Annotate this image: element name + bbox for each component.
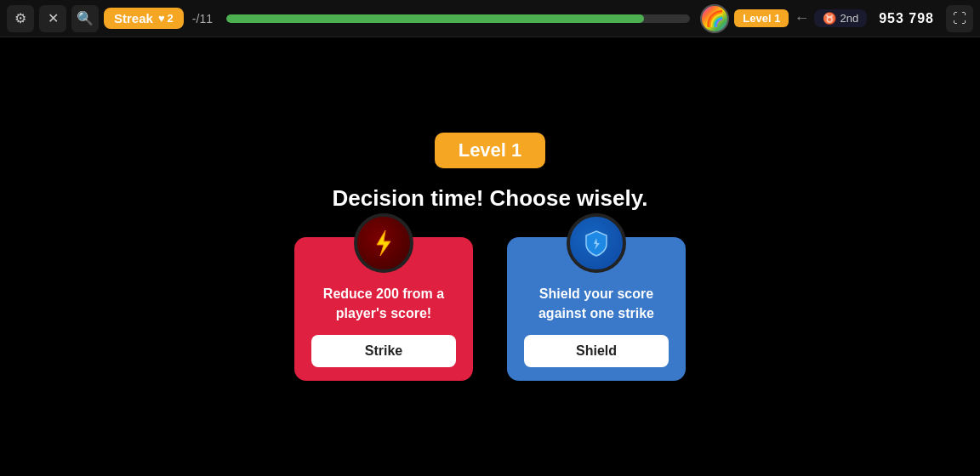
progress-bar-fill [226, 14, 644, 23]
rank-text: 2nd [840, 12, 858, 25]
arrow-icon: ← [794, 9, 809, 27]
heart-icon: ♥ [158, 12, 165, 25]
shield-icon-circle [567, 213, 626, 273]
shield-button[interactable]: Shield [524, 335, 669, 367]
topbar: ⚙ ✕ 🔍 Streak ♥ 2 -/11 🌈 Level 1 ← ♉ 2nd … [0, 0, 980, 37]
settings-icon: ⚙ [14, 10, 26, 26]
strike-button[interactable]: Strike [311, 335, 456, 367]
close-icon: ✕ [48, 10, 59, 26]
strike-description: Reduce 200 from a player's score! [294, 273, 473, 335]
fullscreen-button[interactable]: ⛶ [946, 5, 973, 32]
close-button[interactable]: ✕ [39, 5, 66, 32]
streak-badge[interactable]: Streak ♥ 2 [104, 8, 184, 29]
zoom-icon: 🔍 [77, 10, 94, 26]
decision-text: Decision time! Choose wisely. [333, 185, 648, 212]
lives-count: ♥ 2 [158, 12, 174, 25]
strike-icon-circle [354, 213, 413, 273]
level-title: Level 1 [435, 133, 546, 168]
score-display: 953 798 [872, 11, 941, 26]
cards-container: Reduce 200 from a player's score! Strike… [294, 237, 686, 381]
avatar-emoji: 🌈 [705, 9, 724, 28]
shield-card[interactable]: Shield your score against one strike Shi… [507, 237, 686, 381]
shield-description: Shield your score against one strike [507, 273, 686, 335]
avatar: 🌈 [700, 4, 729, 33]
lightning-icon [368, 228, 399, 258]
streak-label: Streak [114, 11, 153, 26]
zoom-button[interactable]: 🔍 [71, 5, 99, 32]
main-content: Level 1 Decision time! Choose wisely. Re… [0, 37, 980, 476]
shield-icon [581, 228, 612, 258]
rank-icon: ♉ [823, 12, 836, 25]
strike-card[interactable]: Reduce 200 from a player's score! Strike [294, 237, 473, 381]
progress-bar [226, 14, 690, 23]
question-progress: -/11 [189, 12, 216, 26]
settings-button[interactable]: ⚙ [7, 5, 34, 32]
svg-marker-0 [377, 230, 390, 256]
fullscreen-icon: ⛶ [953, 11, 966, 26]
level-badge-topbar: Level 1 [734, 9, 789, 27]
rank-badge: ♉ 2nd [814, 9, 867, 27]
